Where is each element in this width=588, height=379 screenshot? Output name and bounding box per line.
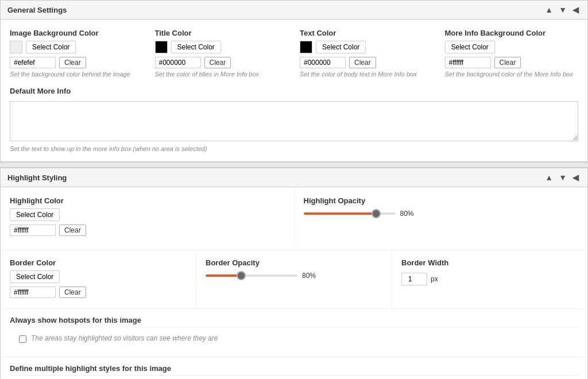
border-color-label: Border Color [10, 258, 187, 267]
title-color-select-button[interactable]: Select Color [171, 41, 221, 53]
highlight-opacity-label: Highlight Opacity [304, 196, 579, 205]
title-color-clear-button[interactable]: Clear [204, 57, 231, 68]
highlight-opacity-value: 80% [400, 210, 414, 218]
border-width-section: Border Width px [392, 250, 587, 308]
border-color-select-button[interactable]: Select Color [10, 270, 60, 283]
hl-collapse-down-icon[interactable]: ▼ [557, 173, 568, 182]
highlight-opacity-thumb [372, 209, 381, 218]
text-color-btn-row: Select Color [300, 41, 434, 53]
text-color-select-button[interactable]: Select Color [316, 41, 366, 53]
close-panel-icon[interactable]: ◀ [571, 5, 581, 14]
border-opacity-fill [206, 274, 241, 277]
image-bg-color-swatch [10, 41, 22, 53]
image-bg-color-btn-row: Select Color [10, 41, 144, 53]
image-bg-color-label: Image Background Color [10, 29, 144, 37]
highlight-color-label: Highlight Color [10, 196, 285, 205]
border-width-input[interactable] [401, 273, 427, 285]
always-show-hotspots-hint: The areas stay highlighted so visitors c… [31, 334, 218, 342]
border-width-label: Border Width [401, 258, 578, 267]
highlight-opacity-track[interactable] [304, 212, 396, 215]
highlight-opacity-section: Highlight Opacity 80% [295, 187, 588, 244]
collapse-down-icon[interactable]: ▼ [557, 5, 568, 14]
highlight-styling-title: Highlight Styling [7, 173, 67, 182]
border-opacity-section: Border Opacity 80% [196, 250, 392, 308]
default-more-info-section: Default More Info Set the text to show u… [10, 87, 578, 152]
more-info-bg-color-select-button[interactable]: Select Color [445, 41, 495, 53]
border-opacity-row: 80% [206, 272, 382, 280]
border-color-clear-button[interactable]: Clear [59, 287, 86, 298]
highlight-panel-controls: ▲ ▼ ◀ [543, 173, 581, 182]
highlight-bottom-row: Border Color Select Color Clear Border O… [1, 250, 587, 308]
highlight-color-section: Highlight Color Select Color Clear [1, 187, 295, 244]
highlight-color-hex-input[interactable] [10, 225, 56, 236]
text-color-swatch [300, 41, 312, 53]
border-opacity-thumb [237, 271, 246, 280]
panel-controls: ▲ ▼ ◀ [543, 5, 581, 14]
title-color-btn-row: Select Color [155, 41, 289, 53]
image-bg-color-select-button[interactable]: Select Color [26, 41, 76, 53]
highlight-color-clear-button[interactable]: Clear [59, 225, 86, 236]
always-show-hotspots-section: Always show hotspots for this image The … [1, 308, 587, 357]
title-color-hint: Set the color of titles in More Info box [155, 71, 289, 78]
hl-close-panel-icon[interactable]: ◀ [571, 173, 581, 182]
border-color-btn-row: Select Color [10, 270, 187, 283]
always-show-hotspots-row: The areas stay highlighted so visitors c… [10, 327, 578, 350]
general-settings-title: General Settings [7, 6, 67, 14]
border-color-section: Border Color Select Color Clear [1, 250, 196, 308]
highlight-opacity-fill [304, 212, 376, 215]
border-color-hex-input[interactable] [10, 287, 56, 298]
panel-separator [0, 162, 588, 168]
text-color-label: Text Color [300, 29, 434, 37]
text-color-hint: Set the color of body text in More Info … [300, 71, 434, 78]
highlight-styling-header: Highlight Styling ▲ ▼ ◀ [1, 168, 587, 187]
multiple-styles-row: Use multiple highlight colors on this im… [10, 375, 578, 379]
highlight-color-btn-row: Select Color [10, 208, 285, 221]
border-opacity-track[interactable] [206, 274, 297, 277]
color-row-top: Image Background Color Select Color Clea… [10, 29, 578, 78]
highlight-top-row: Highlight Color Select Color Clear Highl… [1, 187, 587, 244]
title-color-hex-input[interactable] [155, 57, 201, 68]
text-color-field: Text Color Select Color Clear Set the co… [300, 29, 434, 78]
more-info-bg-color-label: More Info Background Color [445, 29, 579, 37]
always-show-hotspots-label: Always show hotspots for this image [10, 316, 578, 324]
highlight-styling-panel: Highlight Styling ▲ ▼ ◀ Highlight Color … [0, 168, 588, 379]
multiple-styles-section: Define multiple highlight styles for thi… [1, 357, 587, 379]
general-settings-header: General Settings ▲ ▼ ◀ [1, 1, 587, 20]
border-width-unit: px [431, 275, 438, 283]
title-color-field: Title Color Select Color Clear Set the c… [155, 29, 289, 78]
default-more-info-label: Default More Info [10, 87, 578, 95]
default-more-info-hint: Set the text to show up in the more info… [10, 145, 578, 152]
text-color-clear-button[interactable]: Clear [349, 57, 376, 68]
always-show-hotspots-checkbox[interactable] [19, 335, 26, 343]
image-bg-color-hex-input[interactable] [10, 57, 56, 68]
more-info-bg-color-hex-input[interactable] [445, 57, 491, 68]
image-bg-color-clear-button[interactable]: Clear [59, 57, 86, 68]
border-width-row: px [401, 273, 578, 285]
general-settings-body: Image Background Color Select Color Clea… [1, 20, 587, 161]
highlight-color-select-button[interactable]: Select Color [10, 208, 60, 221]
highlight-opacity-row: 80% [304, 210, 579, 218]
more-info-bg-btn-row: Select Color [445, 41, 579, 53]
border-color-value-row: Clear [10, 287, 187, 298]
border-opacity-label: Border Opacity [206, 258, 382, 267]
collapse-up-icon[interactable]: ▲ [543, 5, 555, 14]
title-color-label: Title Color [155, 29, 289, 37]
more-info-bg-color-clear-button[interactable]: Clear [494, 57, 521, 68]
more-info-bg-value-row: Clear [445, 57, 579, 68]
hl-collapse-up-icon[interactable]: ▲ [543, 173, 555, 182]
image-bg-color-hint: Set the background color behind the imag… [10, 71, 144, 78]
title-color-swatch [155, 41, 168, 53]
text-color-value-row: Clear [300, 57, 434, 68]
highlight-color-value-row: Clear [10, 225, 285, 236]
border-opacity-value: 80% [302, 272, 316, 280]
default-more-info-textarea[interactable] [10, 101, 578, 141]
text-color-hex-input[interactable] [300, 57, 346, 68]
title-color-value-row: Clear [155, 57, 289, 68]
multiple-styles-label: Define multiple highlight styles for thi… [10, 364, 578, 373]
image-bg-color-value-row: Clear [10, 57, 144, 68]
more-info-bg-color-hint: Set the background color of the More Inf… [445, 71, 579, 78]
general-settings-panel: General Settings ▲ ▼ ◀ Image Background … [0, 0, 588, 162]
image-bg-color-field: Image Background Color Select Color Clea… [10, 29, 144, 78]
more-info-bg-color-field: More Info Background Color Select Color … [445, 29, 579, 78]
